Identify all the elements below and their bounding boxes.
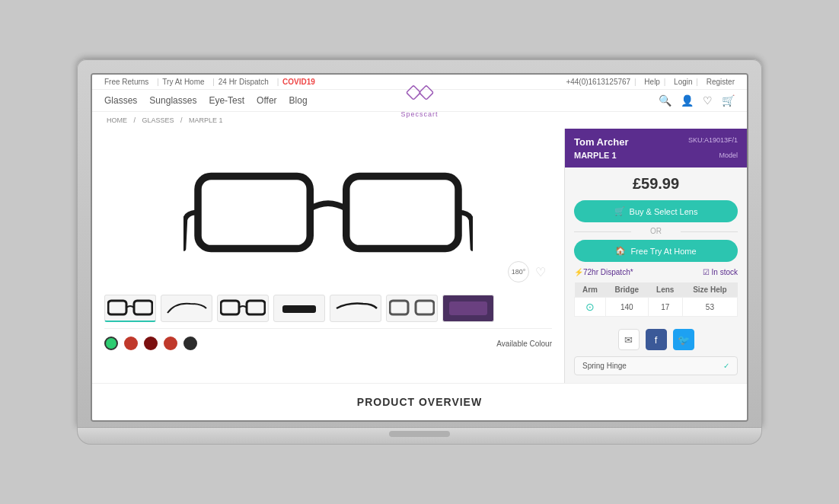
cart-btn-icon: 🛒	[614, 206, 625, 216]
product-sku: SKU:A19013F/1	[688, 136, 738, 144]
dispatch-text: ⚡72hr Dispatch*	[574, 268, 633, 276]
logo[interactable]: Specscart	[400, 83, 438, 118]
login-link[interactable]: Login	[674, 78, 692, 86]
header-icons: 🔍 👤 ♡ 🛒	[659, 94, 735, 107]
overview-normal: PRODUCT	[357, 396, 419, 408]
covid-link[interactable]: COVID19	[282, 78, 315, 86]
nav-eye-test[interactable]: Eye-Test	[209, 95, 244, 106]
screen: Free Returns | Try At Home | 24 Hr Dispa…	[91, 73, 748, 422]
or-divider: OR	[574, 227, 738, 235]
svg-rect-3	[346, 177, 458, 249]
cart-icon[interactable]: 🛒	[722, 94, 735, 107]
breadcrumb-home[interactable]: HOME	[107, 116, 127, 124]
product-right: Tom Archer SKU:A19013F/1 MARPLE 1 Model …	[564, 129, 747, 383]
top-bar-left: Free Returns | Try At Home | 24 Hr Dispa…	[104, 78, 320, 86]
in-stock-label: In stock	[712, 268, 738, 276]
thumb-6[interactable]	[386, 295, 438, 322]
svg-rect-0	[406, 85, 420, 100]
thumb-3[interactable]	[217, 295, 269, 322]
header: Glasses Sunglasses Eye-Test Offer Blog S…	[92, 90, 747, 112]
product-header: Tom Archer SKU:A19013F/1 MARPLE 1 Model	[565, 129, 747, 167]
thumb-2[interactable]	[161, 295, 212, 322]
swatch-maroon[interactable]	[164, 337, 177, 350]
color-row: Available Colour	[104, 329, 552, 358]
nav-glasses[interactable]: Glasses	[104, 95, 137, 106]
sep1: |	[157, 78, 159, 86]
email-share-button[interactable]: ✉	[618, 329, 640, 350]
spec-lens: 53	[682, 298, 737, 317]
thumb-7[interactable]	[442, 295, 494, 322]
product-overview-section: PRODUCT OVERVIEW	[92, 383, 747, 420]
nav-sunglasses[interactable]: Sunglasses	[149, 95, 196, 106]
spec-header-bridge: Bridge	[605, 282, 648, 298]
thumb-5[interactable]	[330, 295, 381, 322]
thumb-1[interactable]	[104, 295, 156, 322]
screen-bezel: Free Returns | Try At Home | 24 Hr Dispa…	[77, 59, 762, 428]
spec-header-lens: Lens	[648, 282, 682, 298]
sep5: |	[664, 78, 666, 86]
svg-rect-6	[108, 301, 126, 314]
svg-point-5	[384, 189, 417, 215]
nav-offer[interactable]: Offer	[257, 95, 276, 106]
free-try-home-button[interactable]: 🏠 Free Try At Home	[574, 240, 738, 262]
spec-check: ⊙	[575, 298, 606, 317]
hinge-dropdown[interactable]: Spring Hinge ✓	[574, 356, 738, 375]
overview-bold: OVERVIEW	[419, 396, 482, 408]
product-body: £59.99 🛒 Buy & Select Lens OR 🏠 Free Try…	[565, 167, 747, 383]
hinge-label: Spring Hinge	[582, 362, 627, 370]
logo-icon	[406, 83, 433, 110]
swatch-red[interactable]	[124, 337, 138, 350]
svg-rect-7	[134, 301, 152, 314]
wishlist-heart-button[interactable]: ♡	[535, 265, 546, 279]
product-model-name: MARPLE 1	[574, 151, 617, 160]
rotate-button[interactable]: 180°	[508, 261, 529, 282]
product-model-label: Model	[719, 152, 738, 159]
main-content: 180° ♡	[92, 129, 747, 383]
social-row: ✉ f 🐦	[574, 323, 738, 356]
home-btn-icon: 🏠	[615, 246, 626, 256]
swatch-black[interactable]	[183, 337, 197, 350]
sep3: |	[277, 78, 279, 86]
svg-rect-9	[247, 301, 265, 314]
twitter-share-button[interactable]: 🐦	[673, 329, 694, 350]
glasses-main-image	[183, 152, 473, 273]
product-left: 180° ♡	[92, 129, 564, 383]
specs-table: Arm Bridge Lens Size Help ⊙ 140 17 53	[574, 282, 738, 317]
image-controls: 180° ♡	[508, 261, 546, 282]
thumbnail-strip	[104, 289, 552, 329]
product-image-main: 180° ♡	[104, 136, 552, 289]
svg-rect-13	[449, 301, 487, 315]
facebook-share-button[interactable]: f	[646, 329, 667, 350]
breadcrumb-glasses[interactable]: GLASSES	[142, 116, 174, 124]
svg-rect-10	[282, 305, 316, 313]
breadcrumb-current: MARPLE 1	[189, 116, 223, 124]
search-icon[interactable]: 🔍	[659, 94, 672, 107]
top-bar-dispatch: 24 Hr Dispatch	[219, 78, 269, 86]
nav-blog[interactable]: Blog	[289, 95, 308, 106]
top-bar-right: +44(0)1613125767 | Help | Login | Regist…	[561, 78, 735, 86]
sep6: |	[696, 78, 698, 86]
product-price: £59.99	[574, 175, 738, 193]
swatch-green[interactable]	[104, 337, 118, 350]
breadcrumb-sep2: /	[180, 116, 184, 124]
svg-rect-2	[198, 177, 310, 249]
top-bar-returns: Free Returns	[104, 78, 148, 86]
svg-rect-8	[221, 301, 239, 314]
svg-rect-12	[416, 301, 434, 314]
account-icon[interactable]: 👤	[681, 94, 694, 107]
svg-rect-1	[419, 85, 433, 100]
try-btn-label: Free Try At Home	[630, 247, 696, 256]
top-bar-try: Try At Home	[162, 78, 204, 86]
svg-point-4	[232, 189, 266, 215]
help-link[interactable]: Help	[644, 78, 660, 86]
buy-select-lens-button[interactable]: 🛒 Buy & Select Lens	[574, 200, 738, 222]
product-model-row: MARPLE 1 Model	[574, 151, 738, 160]
phone-number: +44(0)1613125767	[566, 78, 630, 86]
thumb-4[interactable]	[273, 295, 325, 322]
wishlist-icon[interactable]: ♡	[703, 94, 713, 107]
swatch-darkred[interactable]	[144, 337, 158, 350]
register-link[interactable]: Register	[707, 78, 735, 86]
sep4: |	[634, 78, 636, 86]
product-header-top: Tom Archer SKU:A19013F/1	[574, 136, 738, 148]
svg-rect-11	[390, 301, 408, 314]
